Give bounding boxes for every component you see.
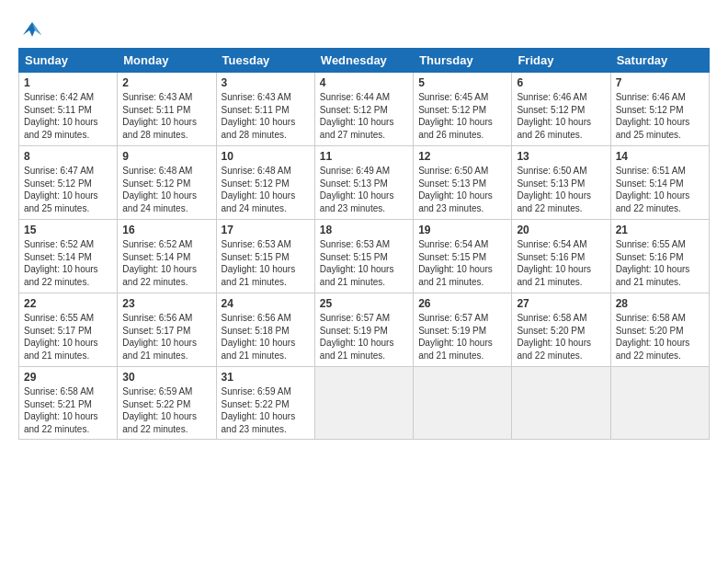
- day-info: Sunrise: 6:54 AM Sunset: 5:16 PM Dayligh…: [517, 238, 605, 288]
- day-number: 10: [222, 150, 310, 163]
- day-cell: 17Sunrise: 6:53 AM Sunset: 5:15 PM Dayli…: [216, 220, 314, 293]
- day-cell: [314, 367, 413, 440]
- day-number: 21: [616, 224, 704, 236]
- day-cell: [414, 367, 512, 440]
- day-number: 24: [222, 297, 310, 310]
- day-cell: 26Sunrise: 6:57 AM Sunset: 5:19 PM Dayli…: [414, 293, 512, 367]
- day-info: Sunrise: 6:58 AM Sunset: 5:20 PM Dayligh…: [616, 312, 704, 362]
- day-number: 25: [320, 297, 408, 310]
- day-info: Sunrise: 6:53 AM Sunset: 5:15 PM Dayligh…: [320, 238, 408, 288]
- page: SundayMondayTuesdayWednesdayThursdayFrid…: [0, 0, 728, 563]
- svg-marker-0: [23, 22, 41, 37]
- calendar: SundayMondayTuesdayWednesdayThursdayFrid…: [18, 48, 710, 440]
- day-cell: 27Sunrise: 6:58 AM Sunset: 5:20 PM Dayli…: [512, 293, 610, 367]
- day-number: 15: [24, 224, 112, 236]
- day-cell: 28Sunrise: 6:58 AM Sunset: 5:20 PM Dayli…: [610, 293, 709, 367]
- week-row-5: 29Sunrise: 6:58 AM Sunset: 5:21 PM Dayli…: [19, 367, 710, 440]
- day-number: 14: [616, 150, 704, 163]
- day-info: Sunrise: 6:43 AM Sunset: 5:11 PM Dayligh…: [122, 91, 210, 141]
- day-cell: 19Sunrise: 6:54 AM Sunset: 5:15 PM Dayli…: [414, 220, 512, 293]
- day-cell: [610, 367, 709, 440]
- logo-icon: [18, 17, 46, 42]
- day-number: 18: [320, 224, 408, 236]
- day-number: 30: [122, 371, 210, 384]
- header-cell-wednesday: Wednesday: [314, 49, 413, 73]
- day-info: Sunrise: 6:56 AM Sunset: 5:17 PM Dayligh…: [122, 312, 210, 362]
- day-info: Sunrise: 6:55 AM Sunset: 5:17 PM Dayligh…: [24, 312, 112, 362]
- week-row-3: 15Sunrise: 6:52 AM Sunset: 5:14 PM Dayli…: [19, 220, 710, 293]
- day-info: Sunrise: 6:57 AM Sunset: 5:19 PM Dayligh…: [418, 312, 506, 362]
- header: [18, 17, 710, 42]
- day-number: 23: [122, 297, 210, 310]
- day-cell: 25Sunrise: 6:57 AM Sunset: 5:19 PM Dayli…: [314, 293, 413, 367]
- day-cell: 16Sunrise: 6:52 AM Sunset: 5:14 PM Dayli…: [118, 220, 216, 293]
- week-row-2: 8Sunrise: 6:47 AM Sunset: 5:12 PM Daylig…: [19, 146, 710, 220]
- day-number: 5: [418, 76, 506, 89]
- calendar-body: 1Sunrise: 6:42 AM Sunset: 5:11 PM Daylig…: [19, 73, 710, 440]
- day-number: 28: [616, 297, 704, 310]
- day-cell: 10Sunrise: 6:48 AM Sunset: 5:12 PM Dayli…: [216, 146, 314, 220]
- week-row-1: 1Sunrise: 6:42 AM Sunset: 5:11 PM Daylig…: [19, 73, 710, 146]
- day-info: Sunrise: 6:49 AM Sunset: 5:13 PM Dayligh…: [320, 165, 408, 214]
- header-row: SundayMondayTuesdayWednesdayThursdayFrid…: [19, 49, 710, 73]
- day-info: Sunrise: 6:50 AM Sunset: 5:13 PM Dayligh…: [418, 165, 506, 214]
- day-number: 19: [418, 224, 506, 236]
- day-info: Sunrise: 6:46 AM Sunset: 5:12 PM Dayligh…: [517, 91, 605, 141]
- day-number: 9: [122, 150, 210, 163]
- day-info: Sunrise: 6:59 AM Sunset: 5:22 PM Dayligh…: [122, 385, 210, 435]
- day-cell: 1Sunrise: 6:42 AM Sunset: 5:11 PM Daylig…: [19, 73, 118, 146]
- day-info: Sunrise: 6:58 AM Sunset: 5:20 PM Dayligh…: [517, 312, 605, 362]
- day-cell: 20Sunrise: 6:54 AM Sunset: 5:16 PM Dayli…: [512, 220, 610, 293]
- day-cell: 24Sunrise: 6:56 AM Sunset: 5:18 PM Dayli…: [216, 293, 314, 367]
- day-cell: 11Sunrise: 6:49 AM Sunset: 5:13 PM Dayli…: [314, 146, 413, 220]
- day-number: 2: [122, 76, 210, 89]
- day-cell: 23Sunrise: 6:56 AM Sunset: 5:17 PM Dayli…: [118, 293, 216, 367]
- day-number: 6: [517, 76, 605, 89]
- day-cell: 18Sunrise: 6:53 AM Sunset: 5:15 PM Dayli…: [314, 220, 413, 293]
- day-info: Sunrise: 6:53 AM Sunset: 5:15 PM Dayligh…: [222, 238, 310, 288]
- day-number: 12: [418, 150, 506, 163]
- day-cell: 29Sunrise: 6:58 AM Sunset: 5:21 PM Dayli…: [19, 367, 118, 440]
- day-info: Sunrise: 6:43 AM Sunset: 5:11 PM Dayligh…: [222, 91, 310, 141]
- day-cell: 9Sunrise: 6:48 AM Sunset: 5:12 PM Daylig…: [118, 146, 216, 220]
- day-cell: 5Sunrise: 6:45 AM Sunset: 5:12 PM Daylig…: [414, 73, 512, 146]
- day-cell: 4Sunrise: 6:44 AM Sunset: 5:12 PM Daylig…: [314, 73, 413, 146]
- day-cell: 3Sunrise: 6:43 AM Sunset: 5:11 PM Daylig…: [216, 73, 314, 146]
- calendar-header: SundayMondayTuesdayWednesdayThursdayFrid…: [19, 49, 710, 73]
- day-number: 27: [517, 297, 605, 310]
- day-number: 16: [122, 224, 210, 236]
- day-number: 20: [517, 224, 605, 236]
- day-number: 8: [24, 150, 112, 163]
- day-info: Sunrise: 6:57 AM Sunset: 5:19 PM Dayligh…: [320, 312, 408, 362]
- day-info: Sunrise: 6:54 AM Sunset: 5:15 PM Dayligh…: [418, 238, 506, 288]
- day-number: 17: [222, 224, 310, 236]
- day-number: 1: [24, 76, 112, 89]
- day-number: 11: [320, 150, 408, 163]
- day-number: 13: [517, 150, 605, 163]
- day-info: Sunrise: 6:55 AM Sunset: 5:16 PM Dayligh…: [616, 238, 704, 288]
- day-number: 22: [24, 297, 112, 310]
- day-info: Sunrise: 6:46 AM Sunset: 5:12 PM Dayligh…: [616, 91, 704, 141]
- day-info: Sunrise: 6:45 AM Sunset: 5:12 PM Dayligh…: [418, 91, 506, 141]
- day-cell: 13Sunrise: 6:50 AM Sunset: 5:13 PM Dayli…: [512, 146, 610, 220]
- header-cell-tuesday: Tuesday: [216, 49, 314, 73]
- header-cell-saturday: Saturday: [610, 49, 709, 73]
- day-cell: 14Sunrise: 6:51 AM Sunset: 5:14 PM Dayli…: [610, 146, 709, 220]
- day-number: 4: [320, 76, 408, 89]
- day-cell: 30Sunrise: 6:59 AM Sunset: 5:22 PM Dayli…: [118, 367, 216, 440]
- header-cell-friday: Friday: [512, 49, 610, 73]
- day-cell: 15Sunrise: 6:52 AM Sunset: 5:14 PM Dayli…: [19, 220, 118, 293]
- day-cell: 8Sunrise: 6:47 AM Sunset: 5:12 PM Daylig…: [19, 146, 118, 220]
- header-cell-thursday: Thursday: [414, 49, 512, 73]
- header-cell-monday: Monday: [118, 49, 216, 73]
- day-cell: 7Sunrise: 6:46 AM Sunset: 5:12 PM Daylig…: [610, 73, 709, 146]
- day-cell: 22Sunrise: 6:55 AM Sunset: 5:17 PM Dayli…: [19, 293, 118, 367]
- day-number: 26: [418, 297, 506, 310]
- day-info: Sunrise: 6:56 AM Sunset: 5:18 PM Dayligh…: [222, 312, 310, 362]
- day-info: Sunrise: 6:51 AM Sunset: 5:14 PM Dayligh…: [616, 165, 704, 214]
- day-cell: 2Sunrise: 6:43 AM Sunset: 5:11 PM Daylig…: [118, 73, 216, 146]
- day-info: Sunrise: 6:42 AM Sunset: 5:11 PM Dayligh…: [24, 91, 112, 141]
- header-cell-sunday: Sunday: [19, 49, 118, 73]
- day-info: Sunrise: 6:59 AM Sunset: 5:22 PM Dayligh…: [222, 385, 310, 435]
- day-number: 3: [222, 76, 310, 89]
